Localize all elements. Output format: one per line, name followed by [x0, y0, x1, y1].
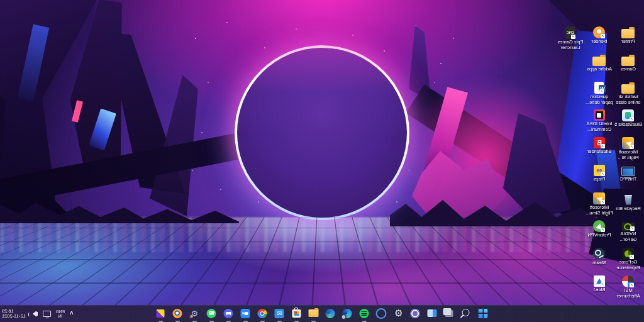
desktop-icon-bluej[interactable]: BlueJ	[585, 275, 614, 303]
computer-icon	[621, 167, 635, 176]
video-camera-icon	[241, 309, 250, 318]
desktop-icon-microsoft-flight-simulator-2[interactable]: Microsoft Flight Simu...	[585, 192, 614, 220]
taskbar-spotify-button[interactable]	[358, 307, 371, 319]
desktop-icon-nvidia-geforce[interactable]: NVIDIA GeFor...	[614, 220, 643, 248]
taskbar-whatsapp-button[interactable]	[206, 307, 218, 319]
nvidia-icon	[622, 223, 635, 231]
volume-icon[interactable]	[35, 312, 38, 316]
flight-simulator-icon	[623, 137, 635, 149]
desktop-icon-games[interactable]: Games	[614, 54, 643, 82]
edge-icon	[326, 309, 335, 318]
taskbar-blender-button[interactable]	[172, 307, 184, 319]
network-icon[interactable]	[43, 311, 51, 317]
bluej-icon	[594, 275, 605, 287]
desktop-icon-printer[interactable]: Printer	[614, 26, 643, 54]
recycle-bin-icon	[624, 195, 633, 205]
language-indicator[interactable]: ENG IN	[56, 309, 65, 318]
taskbar-zoom-button[interactable]	[240, 307, 252, 319]
folder-icon	[622, 57, 635, 66]
desktop-icon-blender[interactable]: blender	[585, 26, 614, 54]
gear-icon	[394, 309, 402, 318]
phone-icon	[207, 309, 216, 318]
desktop-icon-fraps[interactable]: Fraps	[585, 165, 614, 192]
tray-overflow-chevron[interactable]: ^	[70, 311, 74, 318]
spotify-icon	[360, 309, 369, 318]
taskbar-discord-button[interactable]	[223, 307, 235, 319]
blue-ring-icon	[376, 308, 387, 319]
flight-simulator-icon	[594, 192, 606, 204]
taskbar-file-explorer-button[interactable]	[308, 307, 320, 319]
blender-icon	[594, 26, 606, 38]
fraps-icon	[594, 165, 605, 176]
desktop-icon-geforce-experience[interactable]: GeForce Experience	[614, 248, 643, 275]
taskbar-settings-button[interactable]	[392, 307, 405, 319]
taskbar-utility-button[interactable]	[189, 307, 201, 319]
taskbar-protonvpn-button[interactable]	[375, 307, 388, 319]
taskbar-cortana-button[interactable]	[409, 307, 422, 319]
taskbar-apps	[155, 306, 490, 322]
taskbar: ^ ENG IN 16:29 12-11-2021	[0, 305, 644, 322]
steam-icon	[594, 248, 606, 260]
desktop-icon-grid: Printer Games kartick sir online class B…	[556, 26, 643, 303]
folder-icon	[593, 57, 606, 66]
desktop-icon-intellij-idea[interactable]: IntelliJ IDEA Communi...	[585, 109, 614, 137]
taskbar-task-view-button[interactable]	[443, 307, 456, 319]
tray-date: 12-11-2021	[2, 314, 26, 319]
protonvpn-icon	[594, 220, 606, 232]
discord-icon	[224, 309, 233, 318]
taskbar-fraps-button[interactable]	[155, 307, 167, 319]
epic-games-icon	[565, 26, 575, 39]
widgets-icon	[428, 309, 437, 317]
double-gears-icon	[191, 309, 199, 318]
cortana-icon	[411, 309, 420, 318]
taskbar-widgets-button[interactable]	[426, 307, 439, 319]
task-view-icon	[445, 310, 453, 317]
desktop-icon-bitdefender[interactable]: Bitdefender	[585, 137, 614, 165]
desktop-icon-kartick-sir-online-class[interactable]: kartick sir online class	[614, 82, 643, 109]
taskbar-mail-button[interactable]	[274, 307, 286, 319]
mirrored-ui-layer: Printer Games kartick sir online class B…	[0, 0, 644, 322]
taskbar-search-button[interactable]	[460, 307, 473, 319]
store-bag-icon	[292, 309, 301, 318]
screen: { "desktop": { "icons": [ {"label":"Prin…	[0, 0, 644, 322]
desktop-icon-recycle-bin[interactable]: Recycle Bin	[614, 192, 643, 220]
desktop-icon-protonvpn[interactable]: ProtonVPN	[585, 220, 614, 248]
bluestacks-icon	[623, 109, 635, 121]
edge-badge-icon	[343, 309, 352, 318]
desktop-icon-bluestacks-5[interactable]: BlueStacks 5	[614, 109, 643, 137]
folder-icon	[309, 309, 319, 317]
fraps-icon	[157, 309, 165, 318]
taskbar-start-button[interactable]	[477, 307, 490, 319]
desktop-icon-steam[interactable]: Steam	[585, 248, 614, 275]
clock[interactable]: 16:29 12-11-2021	[2, 309, 26, 319]
bitdefender-icon	[594, 137, 605, 148]
taskbar-edge-button[interactable]	[325, 307, 337, 319]
desktop-icon-microsoft-flight-simulator[interactable]: Microsoft Flight Si...	[614, 137, 643, 165]
windows-start-icon	[479, 309, 488, 318]
search-icon	[462, 309, 470, 316]
msi-afterburner-icon	[623, 275, 635, 287]
word-document-icon	[595, 82, 604, 94]
folder-icon	[622, 29, 635, 38]
envelope-icon	[275, 309, 284, 318]
desktop-icon-epic-games-launcher[interactable]: Epic Games Launcher	[556, 26, 585, 54]
intellij-idea-icon	[594, 109, 605, 121]
chrome-icon	[258, 309, 267, 318]
folder-icon	[622, 84, 635, 94]
desktop-icon-adobe-apps[interactable]: Adobe apps	[585, 54, 614, 82]
taskbar-edge-badge-button[interactable]	[341, 307, 354, 319]
taskbar-store-button[interactable]	[291, 307, 303, 319]
blender-icon	[173, 309, 182, 318]
desktop-icon-msi-afterburner[interactable]: MSI Afterburner	[614, 275, 643, 303]
desktop-icon-question-paper[interactable]: question paper debe...	[585, 82, 614, 109]
taskbar-chrome-button[interactable]	[257, 307, 269, 319]
desktop-icon-this-pc[interactable]: This PC	[614, 165, 643, 192]
system-tray: ^ ENG IN 16:29 12-11-2021	[2, 306, 74, 322]
geforce-experience-icon	[623, 248, 634, 259]
